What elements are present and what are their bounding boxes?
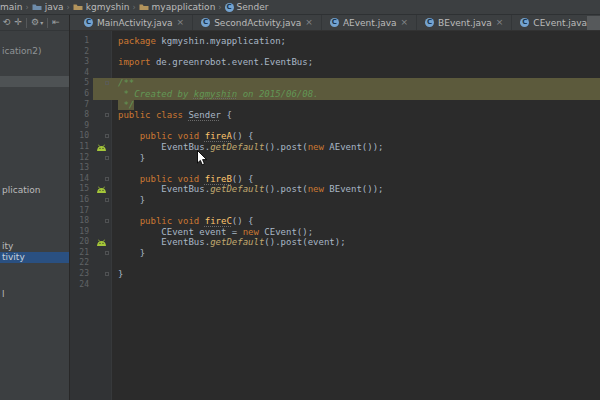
tab-AEvent.java[interactable]: CAEvent.java× bbox=[322, 15, 417, 30]
line-number: 19 bbox=[70, 227, 93, 238]
code-text: * Created by kgmyshin on 2015/06/08. bbox=[112, 89, 600, 100]
tab-close-icon[interactable]: × bbox=[177, 18, 185, 27]
gutter-annotation bbox=[93, 68, 112, 79]
code-line-8[interactable]: 8public class Sender { bbox=[70, 110, 600, 121]
code-line-14[interactable]: 14 public void fireB() { bbox=[70, 174, 600, 185]
code-text bbox=[112, 206, 600, 217]
folder-icon bbox=[139, 3, 149, 11]
code-line-3[interactable]: 3import de.greenrobot.event.EventBus; bbox=[70, 57, 600, 68]
breadcrumb-item-Sender[interactable]: CSender bbox=[222, 2, 272, 12]
tab-BEvent.java[interactable]: CBEvent.java× bbox=[417, 15, 512, 30]
code-line-16[interactable]: 16 } bbox=[70, 195, 600, 206]
line-number: 18 bbox=[70, 216, 93, 227]
tree-item[interactable] bbox=[0, 76, 69, 87]
line-number: 4 bbox=[70, 68, 93, 79]
sync-icon[interactable]: ⟲ bbox=[3, 18, 11, 27]
code-line-19[interactable]: 19 CEvent event = new CEvent(); bbox=[70, 227, 600, 238]
locate-icon[interactable]: ✛ bbox=[15, 18, 23, 27]
code-text: EventBus.getDefault().post(new BEvent())… bbox=[112, 184, 600, 195]
line-number: 3 bbox=[70, 57, 93, 68]
fold-marker-icon[interactable] bbox=[105, 219, 109, 223]
code-line-5[interactable]: 5/** bbox=[70, 78, 600, 89]
code-line-2[interactable]: 2 bbox=[70, 47, 600, 58]
gutter-annotation bbox=[93, 163, 112, 174]
line-number: 17 bbox=[70, 206, 93, 217]
code-text: package kgmyshin.myapplication; bbox=[112, 36, 600, 47]
gutter-annotation bbox=[93, 206, 112, 217]
tab-close-icon[interactable]: × bbox=[401, 18, 409, 27]
code-text bbox=[112, 121, 600, 132]
code-line-9[interactable]: 9 bbox=[70, 121, 600, 132]
code-line-4[interactable]: 4 bbox=[70, 68, 600, 79]
code-line-1[interactable]: 1package kgmyshin.myapplication; bbox=[70, 36, 600, 47]
gutter-annotation bbox=[93, 174, 112, 185]
code-line-6[interactable]: 6 * Created by kgmyshin on 2015/06/08. bbox=[70, 89, 600, 100]
tab-close-icon[interactable]: × bbox=[496, 18, 504, 27]
line-number: 21 bbox=[70, 248, 93, 259]
tree-item-ity[interactable]: ity bbox=[0, 241, 69, 252]
android-icon[interactable] bbox=[96, 239, 107, 247]
editor-tab-bar: CMainActivity.java×CSecondActivity.java×… bbox=[70, 15, 600, 31]
code-text: public void fireB() { bbox=[112, 174, 600, 185]
breadcrumb-item-myapplication[interactable]: myapplication bbox=[136, 2, 219, 12]
code-line-15[interactable]: 15 EventBus.getDefault().post(new BEvent… bbox=[70, 184, 600, 195]
code-text: public void fireC() { bbox=[112, 216, 600, 227]
code-text: } bbox=[112, 195, 600, 206]
tree-item-l[interactable]: l bbox=[0, 289, 69, 300]
fold-marker-icon[interactable] bbox=[105, 113, 109, 117]
fold-marker-icon[interactable] bbox=[105, 251, 109, 255]
fold-marker-icon[interactable] bbox=[105, 156, 109, 160]
gutter-annotation bbox=[93, 195, 112, 206]
code-line-7[interactable]: 7 */ bbox=[70, 100, 600, 111]
code-line-21[interactable]: 21 } bbox=[70, 248, 600, 259]
gutter-annotation bbox=[93, 269, 112, 280]
line-number: 8 bbox=[70, 110, 93, 121]
code-text: } bbox=[112, 153, 600, 164]
android-icon[interactable] bbox=[96, 186, 107, 194]
class-icon: C bbox=[425, 18, 434, 27]
fold-marker-icon[interactable] bbox=[105, 177, 109, 181]
code-line-23[interactable]: 23} bbox=[70, 269, 600, 280]
code-text: EventBus.getDefault().post(event); bbox=[112, 237, 600, 248]
code-editor[interactable]: 1package kgmyshin.myapplication;23import… bbox=[70, 31, 600, 400]
toolbar-divider bbox=[47, 18, 48, 28]
breadcrumb-item-kgmyshin[interactable]: kgmyshin bbox=[70, 2, 133, 12]
line-number: 5 bbox=[70, 78, 93, 89]
code-line-24[interactable]: 24 bbox=[70, 280, 600, 291]
fold-marker-icon[interactable] bbox=[105, 81, 109, 85]
line-number: 11 bbox=[70, 142, 93, 153]
code-line-13[interactable]: 13 bbox=[70, 163, 600, 174]
code-line-22[interactable]: 22 bbox=[70, 258, 600, 269]
code-line-20[interactable]: 20 EventBus.getDefault().post(event); bbox=[70, 237, 600, 248]
folder-icon bbox=[73, 3, 83, 11]
fold-marker-icon[interactable] bbox=[105, 134, 109, 138]
breadcrumb-item-main[interactable]: main bbox=[0, 2, 26, 12]
collapse-icon[interactable]: ⇤ bbox=[52, 18, 60, 27]
settings-icon[interactable]: ⚙▾ bbox=[31, 18, 43, 27]
code-text bbox=[112, 47, 600, 58]
code-line-11[interactable]: 11 EventBus.getDefault().post(new AEvent… bbox=[70, 142, 600, 153]
tree-item-tivity[interactable]: tivity bbox=[0, 252, 69, 263]
code-text: /** bbox=[112, 78, 600, 89]
tab-close-icon[interactable]: × bbox=[305, 18, 313, 27]
breadcrumb-item-java[interactable]: java bbox=[29, 2, 67, 12]
fold-marker-icon[interactable] bbox=[105, 198, 109, 202]
code-line-12[interactable]: 12 } bbox=[70, 153, 600, 164]
tab-SecondActivity.java[interactable]: CSecondActivity.java× bbox=[193, 15, 322, 30]
android-icon[interactable] bbox=[96, 144, 107, 152]
tab-overflow-button[interactable] bbox=[587, 16, 600, 30]
code-line-17[interactable]: 17 bbox=[70, 206, 600, 217]
tree-item-plication[interactable]: plication bbox=[0, 185, 69, 196]
tab-MainActivity.java[interactable]: CMainActivity.java× bbox=[76, 15, 193, 30]
code-line-10[interactable]: 10 public void fireA() { bbox=[70, 131, 600, 142]
gutter-annotation bbox=[93, 216, 112, 227]
code-line-18[interactable]: 18 public void fireC() { bbox=[70, 216, 600, 227]
line-number: 22 bbox=[70, 258, 93, 269]
gutter-annotation bbox=[93, 47, 112, 58]
tree-item-ication2)[interactable]: ication2) bbox=[0, 46, 69, 57]
fold-marker-icon[interactable] bbox=[105, 272, 109, 276]
code-text: CEvent event = new CEvent(); bbox=[112, 227, 600, 238]
line-number: 2 bbox=[70, 47, 93, 58]
gutter-annotation bbox=[93, 36, 112, 47]
gutter-annotation bbox=[93, 78, 112, 89]
